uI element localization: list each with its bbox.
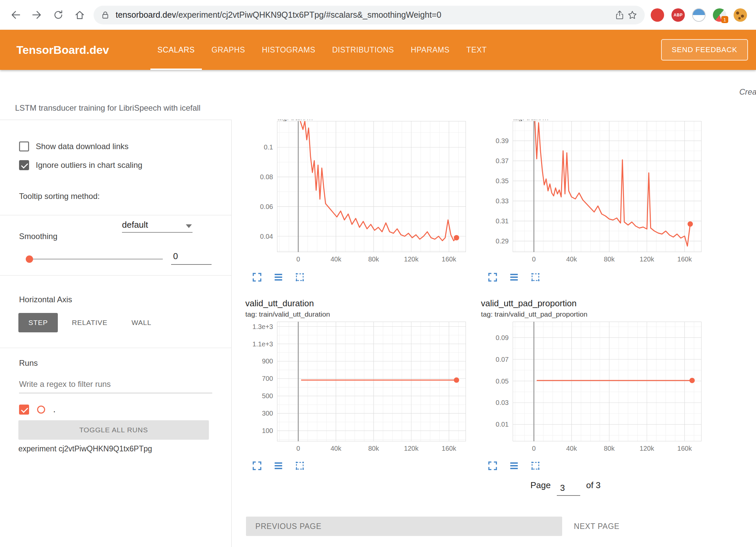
chart-actions [252, 272, 305, 282]
svg-text:160k: 160k [677, 255, 692, 263]
forward-icon[interactable] [31, 9, 43, 21]
pagination: Page 3 of 3 [506, 480, 625, 493]
tooltip-sorting-value: default [122, 220, 148, 230]
svg-text:100: 100 [262, 427, 273, 434]
svg-text:40k: 40k [331, 255, 342, 263]
data-table-icon[interactable] [273, 272, 283, 282]
run-checkbox-icon[interactable] [19, 405, 29, 415]
show-download-links-checkbox[interactable]: Show data download links [19, 141, 129, 151]
globe-extension-icon[interactable] [692, 8, 706, 22]
created-text-partial: Crea [739, 87, 756, 97]
tab-graphs[interactable]: GRAPHS [203, 30, 254, 70]
chart-actions [488, 272, 540, 282]
tab-histograms[interactable]: HISTOGRAMS [253, 30, 324, 70]
page: tensorboard.dev/experiment/cj2vtPiwQHKN9… [0, 0, 756, 547]
svg-text:0.03: 0.03 [496, 399, 509, 406]
send-feedback-button[interactable]: SEND FEEDBACK [661, 39, 748, 61]
svg-text:160k: 160k [442, 445, 457, 452]
url-bar[interactable]: tensorboard.dev/experiment/cj2vtPiwQHKN9… [94, 6, 645, 24]
run-row[interactable]: . [19, 404, 55, 415]
svg-text:0: 0 [296, 445, 300, 452]
slider-thumb[interactable] [26, 255, 33, 263]
axis-wall-button[interactable]: WALL [121, 313, 161, 332]
fit-domain-icon[interactable] [530, 272, 540, 282]
svg-text:120k: 120k [640, 445, 654, 452]
runs-filter-input[interactable] [19, 377, 212, 393]
axis-step-button[interactable]: STEP [18, 313, 58, 332]
svg-text:0: 0 [532, 255, 536, 263]
run-name: . [53, 404, 55, 415]
tab-hparams[interactable]: HPARAMS [402, 30, 458, 70]
svg-text:0.29: 0.29 [496, 237, 509, 245]
expand-chart-icon[interactable] [488, 461, 498, 471]
slider-track[interactable] [29, 258, 163, 260]
divider [0, 215, 232, 215]
svg-text:0.37: 0.37 [496, 157, 509, 165]
toggle-all-runs-button[interactable]: TOGGLE ALL RUNS [18, 420, 209, 440]
reload-icon[interactable] [52, 9, 64, 21]
svg-text:160k: 160k [442, 255, 457, 263]
svg-text:1.1e+3: 1.1e+3 [252, 340, 273, 348]
svg-text:0.08: 0.08 [260, 173, 273, 181]
svg-text:0.35: 0.35 [496, 177, 509, 185]
scalar-chart[interactable]: 0.010.030.050.070.09040k80k120k160k [481, 322, 702, 453]
svg-text:0.31: 0.31 [496, 217, 509, 225]
smoothing-value-input[interactable]: 0 [171, 251, 212, 265]
chart-tag: tag: train/valid_utt_duration [245, 310, 330, 318]
expand-chart-icon[interactable] [252, 272, 262, 282]
fit-domain-icon[interactable] [295, 272, 305, 282]
scalar-chart[interactable]: 0.040.060.080.1040k80k120k160k [245, 121, 466, 263]
svg-text:900: 900 [262, 357, 273, 365]
chart-card-valid-utt-pad-proportion: valid_utt_pad_proportion tag: train/vali… [481, 298, 702, 475]
svg-text:0.06: 0.06 [260, 203, 273, 210]
smoothing-slider[interactable] [26, 254, 163, 264]
checkbox-icon[interactable] [19, 141, 29, 151]
chart-title: valid_utt_duration [245, 298, 314, 309]
expand-chart-icon[interactable] [252, 461, 262, 471]
svg-text:80k: 80k [368, 445, 379, 452]
checkbox-icon[interactable] [19, 160, 29, 170]
data-table-icon[interactable] [509, 461, 519, 471]
app-logo[interactable]: TensorBoard.dev [16, 43, 109, 57]
chart-tag: tag: train/valid_utt_pad_proportion [481, 310, 588, 318]
url-text: tensorboard.dev/experiment/cj2vtPiwQHKN9… [116, 10, 613, 20]
browser-toolbar: tensorboard.dev/experiment/cj2vtPiwQHKN9… [0, 0, 756, 30]
abp-extension-icon[interactable]: ABP [671, 8, 685, 22]
url-path: /experiment/cj2vtPiwQHKN9Q1tx6PTpg/#scal… [176, 10, 442, 19]
adblock-extension-icon[interactable] [651, 8, 664, 22]
pie-extension-icon[interactable]: 1 [713, 8, 726, 22]
cookie-extension-icon[interactable] [734, 8, 747, 22]
data-table-icon[interactable] [509, 272, 519, 282]
previous-page-button[interactable]: PREVIOUS PAGE [246, 517, 562, 536]
run-color-swatch-icon [37, 406, 45, 414]
tooltip-sorting-select[interactable]: default [122, 220, 193, 233]
svg-text:0.33: 0.33 [496, 197, 509, 205]
smoothing-label: Smoothing [19, 232, 57, 241]
chart-card-valid-utt-duration: valid_utt_duration tag: train/valid_utt_… [245, 298, 466, 475]
tooltip-sorting-label: Tooltip sorting method: [19, 192, 100, 201]
next-page-button[interactable]: NEXT PAGE [574, 517, 620, 536]
fit-domain-icon[interactable] [530, 461, 540, 471]
data-table-icon[interactable] [273, 461, 283, 471]
scalar-chart[interactable]: 0.290.310.330.350.370.39040k80k120k160k [481, 121, 702, 263]
page-number-input[interactable]: 3 [557, 483, 580, 496]
back-icon[interactable] [9, 9, 21, 21]
tab-distributions[interactable]: DISTRIBUTIONS [324, 30, 402, 70]
bookmark-star-icon[interactable] [626, 9, 639, 21]
share-icon[interactable] [613, 9, 626, 21]
expand-chart-icon[interactable] [488, 272, 498, 282]
fit-domain-icon[interactable] [295, 461, 305, 471]
charts-main: tag: train/… 0.040.060.080.1040k80k120k1… [232, 120, 756, 547]
tab-scalars[interactable]: SCALARS [149, 30, 203, 70]
axis-relative-button[interactable]: RELATIVE [62, 313, 117, 332]
divider [0, 275, 232, 276]
home-icon[interactable] [74, 9, 86, 21]
subheader: Crea LSTM transducer training for LibriS… [0, 70, 756, 120]
svg-text:40k: 40k [566, 445, 577, 452]
tab-text[interactable]: TEXT [458, 30, 495, 70]
ignore-outliers-checkbox[interactable]: Ignore outliers in chart scaling [19, 160, 142, 170]
scalar-chart[interactable]: 1003005007009001.1e+31.3e+3040k80k120k16… [245, 322, 466, 453]
svg-text:0: 0 [296, 255, 300, 263]
page-of-label: of 3 [586, 480, 601, 490]
main-nav: SCALARS GRAPHS HISTOGRAMS DISTRIBUTIONS … [149, 30, 495, 70]
